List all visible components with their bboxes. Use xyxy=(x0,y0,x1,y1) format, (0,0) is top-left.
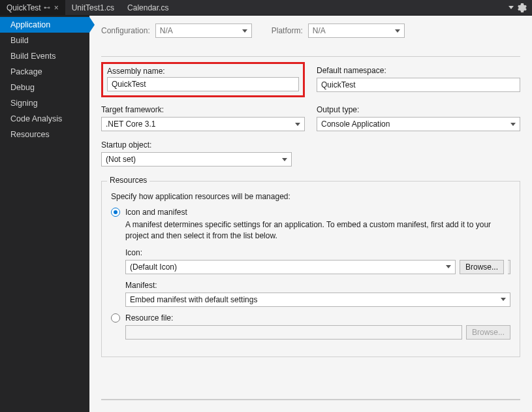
editor-tab-bar: QuickTest ⊷ × UnitTest1.cs Calendar.cs xyxy=(0,0,532,16)
output-type-value: Console Application xyxy=(321,119,390,129)
assembly-name-input[interactable] xyxy=(107,77,299,91)
configuration-select[interactable]: N/A xyxy=(155,24,252,38)
platform-select[interactable]: N/A xyxy=(308,24,405,38)
chevron-down-icon xyxy=(282,158,287,161)
divider xyxy=(101,399,520,400)
application-settings-panel: Configuration: N/A Platform: N/A Assembl… xyxy=(89,16,532,412)
output-type-label: Output type: xyxy=(317,105,520,114)
resource-file-input xyxy=(125,325,462,340)
close-icon[interactable]: × xyxy=(53,3,59,12)
manifest-select[interactable]: Embed manifest with default settings xyxy=(125,293,510,307)
radio-icon-and-manifest-label[interactable]: Icon and manifest xyxy=(125,208,187,217)
configuration-platform-row: Configuration: N/A Platform: N/A xyxy=(101,24,520,38)
resource-file-browse-button: Browse... xyxy=(466,325,510,340)
radio-resource-file[interactable] xyxy=(111,313,120,323)
sidebar-item-build-events[interactable]: Build Events xyxy=(0,48,89,64)
sidebar-item-code-analysis[interactable]: Code Analysis xyxy=(0,111,89,127)
chevron-down-icon xyxy=(501,298,506,301)
sidebar-item-debug[interactable]: Debug xyxy=(0,80,89,95)
configuration-value: N/A xyxy=(160,26,173,35)
gear-icon[interactable] xyxy=(518,3,527,12)
tab-label: Calendar.cs xyxy=(127,3,168,12)
divider xyxy=(101,56,520,57)
sidebar-item-application[interactable]: Application xyxy=(0,17,89,33)
startup-object-label: Startup object: xyxy=(101,140,292,150)
icon-select[interactable]: (Default Icon) xyxy=(125,260,456,274)
default-namespace-input[interactable] xyxy=(317,78,520,92)
platform-label: Platform: xyxy=(272,26,303,35)
default-namespace-label: Default namespace: xyxy=(317,66,520,75)
output-type-select[interactable]: Console Application xyxy=(317,117,520,131)
tab-bar-tools xyxy=(509,0,532,15)
chevron-down-icon xyxy=(395,29,400,33)
startup-object-select[interactable]: (Not set) xyxy=(101,152,292,166)
tab-label: UnitTest1.cs xyxy=(72,3,114,12)
platform-value: N/A xyxy=(313,26,326,35)
radio-icon-and-manifest[interactable] xyxy=(111,208,120,217)
sidebar-item-build[interactable]: Build xyxy=(0,33,89,48)
sidebar-item-signing[interactable]: Signing xyxy=(0,95,89,111)
icon-value: (Default Icon) xyxy=(130,262,177,272)
target-framework-value: .NET Core 3.1 xyxy=(106,119,155,129)
configuration-label: Configuration: xyxy=(101,26,150,35)
chevron-down-icon xyxy=(295,123,300,126)
resources-group-title: Resources xyxy=(107,176,149,185)
chevron-down-icon xyxy=(242,29,247,33)
tab-quicktest[interactable]: QuickTest ⊷ × xyxy=(0,0,65,15)
sidebar-item-resources[interactable]: Resources xyxy=(0,127,89,142)
startup-object-value: (Not set) xyxy=(106,155,136,164)
tab-calendar[interactable]: Calendar.cs xyxy=(121,0,175,15)
assembly-name-label: Assembly name: xyxy=(107,67,299,76)
target-framework-label: Target framework: xyxy=(101,105,305,114)
sidebar-item-package[interactable]: Package xyxy=(0,64,89,80)
target-framework-select[interactable]: .NET Core 3.1 xyxy=(101,117,305,131)
icon-browse-button[interactable]: Browse... xyxy=(460,260,504,274)
chevron-down-icon xyxy=(446,265,451,268)
radio-resource-file-label[interactable]: Resource file: xyxy=(125,313,173,323)
assembly-name-highlight: Assembly name: xyxy=(101,62,305,97)
tab-label: QuickTest xyxy=(7,3,41,12)
icon-label: Icon: xyxy=(125,248,510,257)
icon-manifest-description: A manifest determines specific settings … xyxy=(125,219,510,242)
split-edge xyxy=(508,260,510,274)
tab-overflow-dropdown[interactable] xyxy=(509,6,514,9)
project-settings-sidebar: Application Build Build Events Package D… xyxy=(0,16,89,412)
manifest-value: Embed manifest with default settings xyxy=(130,295,257,304)
manifest-label: Manifest: xyxy=(125,281,510,290)
resources-description: Specify how application resources will b… xyxy=(111,192,510,201)
pin-icon[interactable]: ⊷ xyxy=(44,4,50,11)
chevron-down-icon xyxy=(510,123,516,126)
main-area: Application Build Build Events Package D… xyxy=(0,16,532,412)
resources-group: Resources Specify how application resour… xyxy=(101,181,520,357)
tab-unittest1[interactable]: UnitTest1.cs xyxy=(65,0,121,15)
